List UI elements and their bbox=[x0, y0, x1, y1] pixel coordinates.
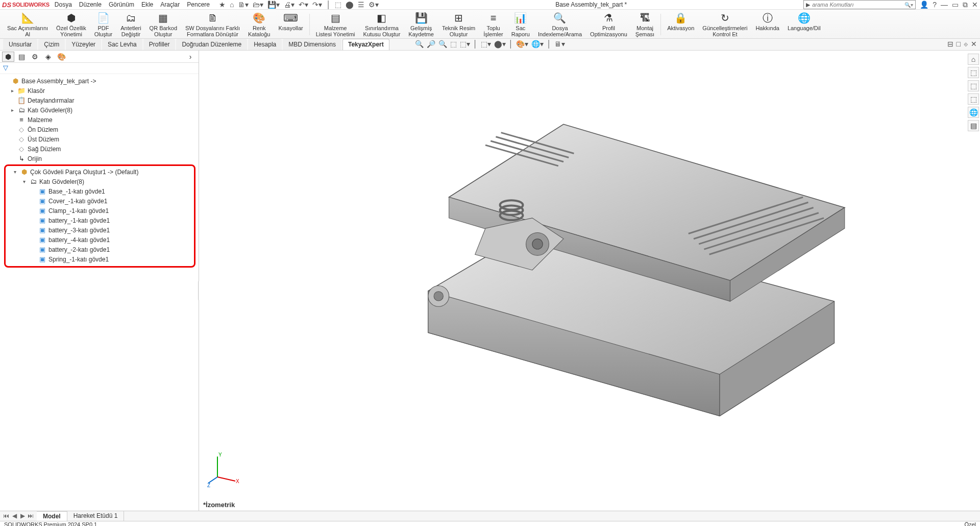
quick-icon-11[interactable]: ☰ bbox=[358, 1, 364, 9]
view-tool-1[interactable]: 🔎 bbox=[427, 40, 435, 48]
cmd-tab-profiller[interactable]: Profiller bbox=[143, 39, 176, 50]
task-strip-3[interactable]: ⬚ bbox=[968, 93, 979, 105]
menu-düzenle[interactable]: Düzenle bbox=[79, 1, 102, 8]
ribbon-btn-13[interactable]: ≡Toplu İşlemler bbox=[479, 11, 507, 38]
tab-nav-1[interactable]: ◀ bbox=[10, 512, 18, 519]
help-icon[interactable]: ? bbox=[933, 1, 937, 9]
tree-root[interactable]: ⬢ Base Assembly_tek_part -> bbox=[3, 76, 198, 86]
ribbon-btn-7[interactable]: ⌨Kısayollar bbox=[274, 11, 307, 38]
tab-nav-0[interactable]: ⏮ bbox=[2, 512, 10, 519]
lp-tab-1[interactable]: ◈ bbox=[42, 52, 54, 62]
menu-dosya[interactable]: Dosya bbox=[55, 1, 72, 8]
cmd-tab-çizim[interactable]: Çizim bbox=[38, 39, 65, 50]
command-search[interactable]: ▶ 🔍▾ bbox=[803, 0, 916, 9]
ribbon-btn-6[interactable]: 🎨Renk Kataloğu bbox=[244, 11, 274, 38]
cmd-tab-tekyazxpert[interactable]: TekyazXpert bbox=[342, 39, 389, 50]
bottom-tab-model[interactable]: Model bbox=[37, 511, 67, 521]
view-tool-2[interactable]: 🔍 bbox=[438, 40, 447, 48]
ribbon-btn-14[interactable]: 📊Sac Raporu bbox=[507, 11, 534, 38]
view-tool-4[interactable]: ⬚▾ bbox=[460, 40, 470, 48]
quick-icon-5[interactable]: 🖨▾ bbox=[284, 1, 295, 9]
view-tool-6[interactable]: ⬚▾ bbox=[481, 40, 491, 48]
ribbon-btn-5[interactable]: 🗎SW Dosyalarını Farklı Formatlara Dönüşt… bbox=[181, 11, 244, 38]
tree-item[interactable]: ▣battery_-1-katı gövde1 bbox=[6, 216, 194, 225]
user-icon[interactable]: 👤 bbox=[920, 1, 928, 9]
panel-btn-2[interactable]: ⟐ bbox=[964, 40, 968, 48]
ribbon-btn-1[interactable]: ⬢Özel Özellik Yönetimi bbox=[52, 11, 90, 38]
ribbon-btn-10[interactable]: ◧Sınırlandırma Kutusu Oluştur bbox=[359, 11, 405, 38]
tab-nav-3[interactable]: ⏭ bbox=[27, 512, 35, 519]
task-strip-2[interactable]: ⬚ bbox=[968, 80, 979, 91]
tree-item[interactable]: ◇Üst Düzlem bbox=[3, 134, 198, 144]
menu-araçlar[interactable]: Araçlar bbox=[160, 1, 180, 8]
cmd-tab-yüzeyler[interactable]: Yüzeyler bbox=[66, 39, 101, 50]
maximize-icon[interactable]: ⧉ bbox=[963, 1, 968, 9]
ribbon-btn-17[interactable]: 🏗Montaj Şeması bbox=[631, 11, 658, 38]
cmd-tab-unsurlar[interactable]: Unsurlar bbox=[3, 39, 37, 50]
tree-item[interactable]: ▸🗂Katı Gövdeler(8) bbox=[3, 105, 198, 115]
filter-icon[interactable]: ▽ bbox=[3, 64, 8, 71]
graphics-viewport[interactable]: Y X Z *İzometrik ⌂⬚⬚⬚🌐▤ bbox=[199, 51, 980, 511]
ribbon-btn-11[interactable]: 💾Gelişmiş Kaydetme bbox=[404, 11, 438, 38]
panel-collapse-icon[interactable]: › bbox=[184, 52, 197, 62]
view-tool-5[interactable]: │ bbox=[473, 40, 478, 48]
tree-item[interactable]: ▣battery_-4-katı gövde1 bbox=[6, 235, 194, 245]
quick-icon-2[interactable]: 🗎▾ bbox=[238, 1, 249, 9]
menu-pencere[interactable]: Pencere bbox=[187, 1, 210, 8]
ribbon-btn-16[interactable]: ⚗Profil Optimizasyonu bbox=[586, 11, 631, 38]
panel-btn-1[interactable]: □ bbox=[957, 40, 961, 48]
task-strip-0[interactable]: ⌂ bbox=[968, 54, 979, 65]
chevron-icon[interactable]: ▸ bbox=[9, 88, 15, 93]
view-tool-0[interactable]: 🔍 bbox=[415, 40, 424, 48]
tree-item[interactable]: ▣Base_-1-katı gövde1 bbox=[6, 186, 194, 196]
view-tool-8[interactable]: │ bbox=[509, 40, 513, 48]
cmd-tab-sac-levha[interactable]: Sac Levha bbox=[102, 39, 142, 50]
quick-icon-3[interactable]: 🗁▾ bbox=[253, 1, 263, 9]
ribbon-btn-15[interactable]: 🔍Dosya Indexleme/Arama bbox=[534, 11, 586, 38]
ribbon-btn-9[interactable]: ▤Malzeme Listesi Yönetimi bbox=[312, 11, 359, 38]
tree-item[interactable]: ▸📁Klasör bbox=[3, 86, 198, 95]
restore-icon[interactable]: ▭ bbox=[952, 1, 959, 9]
ribbon-btn-22[interactable]: 🌐Language/Dil bbox=[783, 11, 825, 38]
tree-item[interactable]: ▾🗂Katı Gövdeler(8) bbox=[6, 177, 194, 186]
lp-tab-4[interactable]: ⬢ bbox=[2, 52, 14, 62]
lp-tab-0[interactable]: 🎨 bbox=[55, 52, 67, 62]
ribbon-btn-20[interactable]: ↻Güncelleştirmeleri Kontrol Et bbox=[698, 11, 751, 38]
quick-icon-4[interactable]: 💾▾ bbox=[267, 1, 280, 9]
view-tool-9[interactable]: 🎨▾ bbox=[516, 40, 528, 48]
quick-icon-8[interactable]: │ bbox=[326, 1, 331, 9]
quick-icon-9[interactable]: ⬚ bbox=[335, 1, 341, 9]
ribbon-btn-2[interactable]: 📄PDF Oluştur bbox=[90, 11, 116, 38]
task-strip-4[interactable]: 🌐 bbox=[968, 107, 979, 118]
ribbon-btn-4[interactable]: ▦QR Barkod Oluştur bbox=[145, 11, 181, 38]
chevron-icon[interactable]: ▾ bbox=[21, 179, 27, 184]
bottom-tab-hareket-etüdü-1[interactable]: Hareket Etüdü 1 bbox=[67, 511, 125, 521]
close-icon[interactable]: ✕ bbox=[972, 1, 978, 9]
tree-item[interactable]: ▣battery_-2-katı gövde1 bbox=[6, 245, 194, 254]
tree-item[interactable]: ▣Clamp_-1-katı gövde1 bbox=[6, 206, 194, 216]
search-dropdown-icon[interactable]: 🔍▾ bbox=[904, 2, 913, 8]
quick-icon-10[interactable]: ⬤ bbox=[346, 1, 354, 9]
task-strip-5[interactable]: ▤ bbox=[968, 120, 979, 131]
tree-item[interactable]: ◇Ön Düzlem bbox=[3, 125, 198, 134]
panel-btn-0[interactable]: ⊟ bbox=[947, 40, 953, 48]
tree-item[interactable]: 📋Detaylandırmalar bbox=[3, 95, 198, 105]
quick-icon-6[interactable]: ↶▾ bbox=[299, 1, 308, 9]
cmd-tab-hesapla[interactable]: Hesapla bbox=[248, 39, 282, 50]
ribbon-btn-19[interactable]: 🔒Aktivasyon bbox=[663, 11, 698, 38]
command-search-input[interactable] bbox=[812, 2, 904, 8]
tree-item[interactable]: ▾⬢Çok Gövdeli Parça Oluştur1 -> (Default… bbox=[6, 167, 194, 177]
chevron-icon[interactable]: ▾ bbox=[12, 169, 18, 175]
quick-icon-7[interactable]: ↷▾ bbox=[312, 1, 322, 9]
lp-tab-3[interactable]: ▤ bbox=[15, 52, 28, 62]
tree-item[interactable]: ▣Spring_-1-katı gövde1 bbox=[6, 254, 194, 264]
minimize-icon[interactable]: — bbox=[941, 1, 948, 9]
view-tool-12[interactable]: 🖥▾ bbox=[554, 40, 565, 48]
ribbon-btn-3[interactable]: 🗂Antetleri Değiştir bbox=[116, 11, 145, 38]
chevron-icon[interactable]: ▸ bbox=[9, 107, 15, 113]
quick-icon-1[interactable]: ⌂ bbox=[230, 1, 234, 9]
ribbon-btn-0[interactable]: 📐Sac Açınımlarını Al bbox=[3, 11, 52, 38]
tree-item[interactable]: ◇Sağ Düzlem bbox=[3, 144, 198, 154]
task-strip-1[interactable]: ⬚ bbox=[968, 67, 979, 78]
tree-item[interactable]: ▣Cover_-1-katı gövde1 bbox=[6, 196, 194, 206]
